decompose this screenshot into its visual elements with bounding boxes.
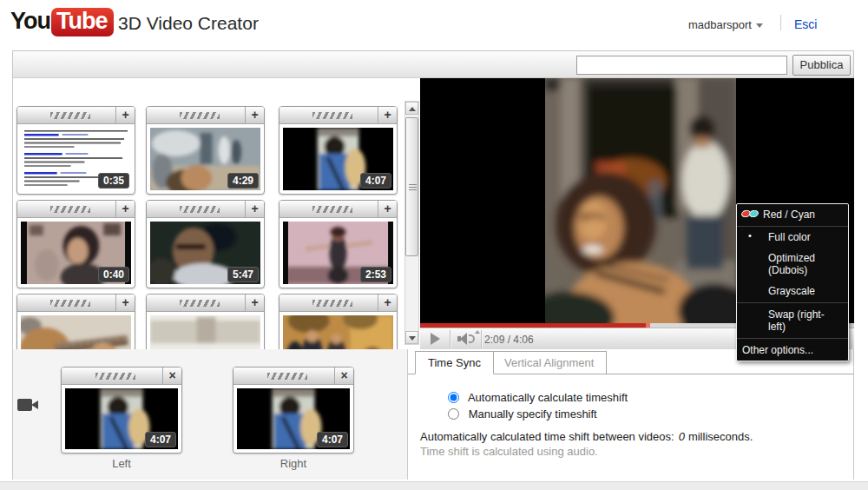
clip-thumbnail[interactable]: 5:47	[150, 222, 260, 284]
clip-card: + 5:47	[146, 200, 265, 288]
add-clip-button[interactable]: +	[115, 295, 135, 311]
clip-card: + 2:53	[279, 200, 398, 288]
clip-drag-handle[interactable]: +	[147, 295, 264, 312]
thumbnail-art-guitar	[21, 315, 131, 349]
video-camera-icon	[17, 397, 42, 413]
menu-item-full-color[interactable]: • Full color	[737, 227, 848, 248]
right-clip-thumbnail[interactable]: 4:07	[237, 388, 350, 449]
clip-drag-handle[interactable]: +	[147, 201, 264, 218]
add-clip-button[interactable]: +	[245, 295, 264, 311]
arrow-down-icon	[409, 336, 416, 341]
clip-drag-handle[interactable]: +	[279, 295, 397, 312]
grip-icon	[50, 112, 90, 119]
clip-library: + 0:35 +	[13, 78, 420, 349]
clip-card: +	[279, 294, 398, 349]
thumbnail-art-crowd	[150, 315, 260, 349]
tab-vertical-alignment[interactable]: Vertical Alignment	[491, 351, 607, 374]
username: madbarsport	[688, 18, 752, 31]
left-clip-card: × 4:07	[61, 367, 182, 454]
add-clip-button[interactable]: +	[245, 107, 264, 123]
signout-link[interactable]: Esci	[794, 17, 817, 31]
menu-divider	[737, 338, 848, 339]
grip-icon	[409, 184, 417, 191]
grip-icon	[50, 206, 90, 213]
logo-you-text: You	[10, 8, 50, 34]
scroll-down-button[interactable]	[405, 331, 418, 344]
speaker-icon	[460, 333, 467, 345]
menu-item-swap-right-left[interactable]: Swap (right-left)	[737, 304, 848, 337]
timeshift-note: Time shift is calculated using audio.	[420, 445, 598, 458]
clip-thumbnail[interactable]: 0:40	[21, 222, 131, 284]
clip-duration: 2:53	[360, 267, 391, 282]
add-clip-button[interactable]: +	[378, 295, 397, 311]
anaglyph-glasses-icon	[741, 209, 762, 220]
clip-drag-handle[interactable]: +	[279, 107, 397, 124]
grip-icon	[50, 300, 90, 307]
volume-button[interactable]	[457, 333, 477, 345]
grip-icon	[180, 300, 220, 307]
clip-drag-handle[interactable]: +	[17, 295, 135, 312]
right-clip-label: Right	[233, 457, 354, 470]
tab-time-sync[interactable]: Time Sync	[415, 351, 494, 374]
add-clip-button[interactable]: +	[378, 201, 397, 217]
clip-duration: 5:47	[227, 267, 259, 282]
clip-card: + 4:07	[279, 106, 398, 195]
clip-drag-handle[interactable]: ×	[62, 368, 181, 385]
add-clip-button[interactable]: +	[245, 201, 264, 217]
grip-icon	[267, 373, 307, 380]
clip-thumbnail[interactable]: 0:35	[21, 128, 131, 190]
clip-thumbnail[interactable]	[283, 315, 393, 349]
menu-item-other-options[interactable]: Other options...	[737, 340, 848, 361]
timeshift-result: Automatically calculated time shift betw…	[420, 430, 753, 443]
clip-drag-handle[interactable]: +	[279, 201, 397, 218]
manual-timeshift-radio[interactable]	[448, 408, 459, 420]
youtube-logo[interactable]: YouTube	[10, 8, 114, 36]
cyan-lens-icon	[748, 209, 760, 218]
add-clip-button[interactable]: +	[378, 107, 397, 123]
clip-drag-handle[interactable]: ×	[233, 368, 353, 385]
left-clip-thumbnail[interactable]: 4:07	[65, 388, 178, 449]
scroll-up-button[interactable]	[405, 102, 418, 115]
clip-thumbnail[interactable]: 4:29	[150, 128, 260, 190]
clip-drag-handle[interactable]: +	[17, 107, 135, 124]
footer-strip	[0, 481, 868, 490]
clip-card: + 0:40	[16, 200, 135, 288]
selected-clips-section: × 4:07 Left ×	[13, 349, 408, 480]
clip-duration: 0:40	[98, 267, 129, 282]
clip-card: + 4:29	[146, 106, 265, 195]
clip-thumbnail[interactable]	[21, 315, 131, 349]
manual-timeshift-option: Manually specify timeshift	[448, 407, 597, 420]
selected-bullet-icon: •	[748, 230, 752, 241]
remove-right-clip-button[interactable]: ×	[334, 368, 353, 384]
clip-thumbnail[interactable]: 4:07	[283, 128, 393, 190]
add-clip-button[interactable]: +	[115, 107, 135, 123]
arrow-up-icon	[409, 107, 416, 111]
grip-icon	[312, 300, 352, 307]
add-clip-button[interactable]: +	[115, 201, 135, 217]
clip-thumbnail[interactable]	[150, 315, 260, 349]
clip-duration: 4:07	[360, 173, 391, 189]
play-button[interactable]	[431, 333, 440, 345]
time-display: 2:09 / 4:06	[484, 334, 534, 346]
clip-drag-handle[interactable]: +	[147, 107, 264, 124]
clip-thumbnail[interactable]: 2:53	[283, 222, 393, 284]
remove-left-clip-button[interactable]: ×	[162, 368, 181, 384]
library-scrollbar[interactable]	[404, 101, 419, 345]
scrollbar-thumb[interactable]	[405, 117, 418, 256]
clip-duration: 0:35	[98, 173, 129, 189]
3d-video-creator-app: YouTube 3D Video Creator madbarsport Esc…	[0, 0, 868, 490]
grip-icon	[312, 112, 352, 119]
video-title-input[interactable]	[576, 56, 787, 75]
menu-item-grayscale[interactable]: Grayscale	[737, 281, 848, 301]
grip-icon	[180, 206, 220, 213]
video-frame-art	[545, 78, 736, 323]
account-menu[interactable]: madbarsport	[688, 18, 763, 31]
clip-drag-handle[interactable]: +	[17, 201, 135, 218]
auto-timeshift-radio[interactable]	[448, 392, 459, 403]
clip-duration: 4:07	[317, 432, 348, 447]
menu-item-optimized-dubois[interactable]: Optimized (Dubois)	[737, 248, 848, 281]
thumbnail-art-indoor-warm	[283, 315, 393, 349]
publish-button[interactable]: Pubblica	[792, 55, 851, 76]
clip-card: + 0:35	[16, 106, 135, 195]
header-divider	[780, 15, 781, 30]
